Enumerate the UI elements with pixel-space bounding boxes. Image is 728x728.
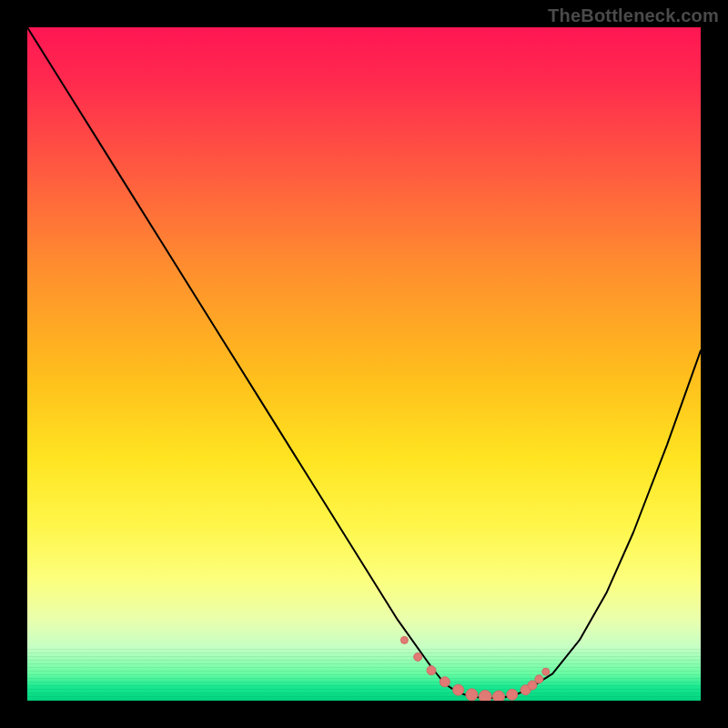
marker-dot: [466, 689, 478, 701]
plot-area: [27, 27, 701, 701]
watermark-text: TheBottleneck.com: [548, 5, 719, 26]
marker-dot: [400, 636, 408, 643]
marker-dot: [535, 675, 543, 683]
marker-dot: [453, 684, 464, 695]
marker-dot: [427, 666, 436, 675]
marker-dot: [542, 668, 550, 675]
marker-dot: [414, 652, 422, 661]
marker-dot: [493, 691, 505, 701]
bottleneck-curve: [27, 27, 701, 698]
marker-dot: [507, 689, 518, 700]
marker-dot: [479, 691, 491, 701]
curve-svg: [27, 27, 701, 701]
marker-dot: [440, 677, 450, 687]
chart-stage: TheBottleneck.com: [0, 0, 728, 728]
marker-dot: [528, 681, 537, 690]
optimal-range-markers: [400, 636, 549, 701]
